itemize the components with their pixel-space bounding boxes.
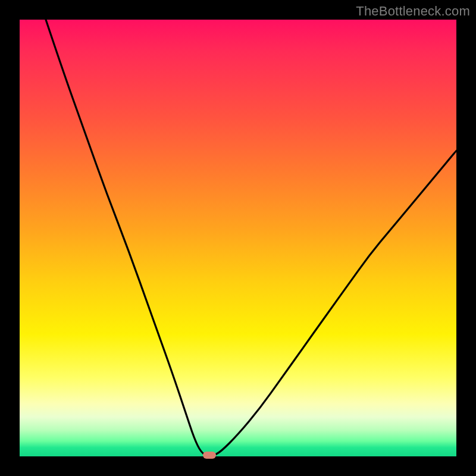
plot-area	[20, 20, 456, 456]
curve-layer	[20, 20, 456, 456]
watermark-text: TheBottleneck.com	[356, 4, 470, 19]
optimum-marker	[203, 452, 216, 459]
bottleneck-curve	[46, 20, 456, 456]
chart-frame: TheBottleneck.com	[0, 0, 476, 476]
